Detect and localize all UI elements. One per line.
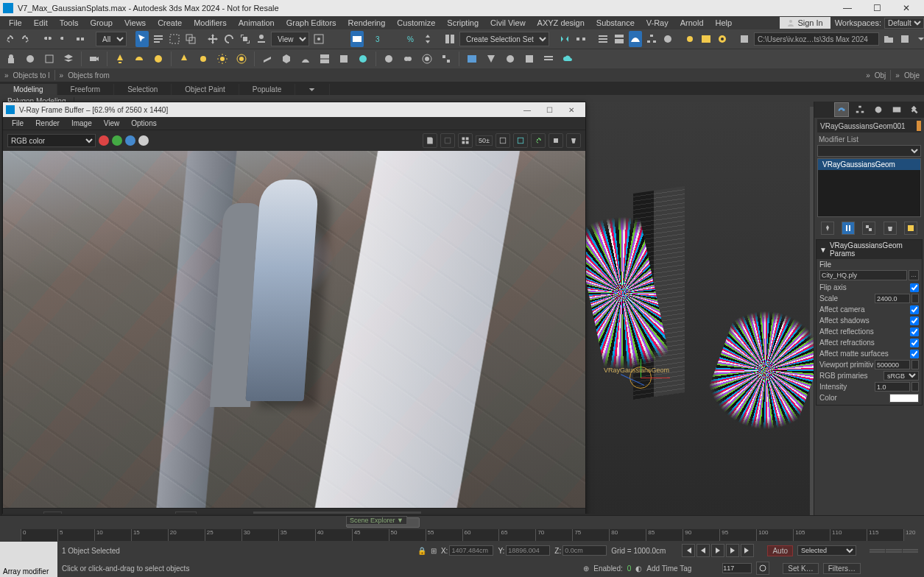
- nav-zoom[interactable]: [870, 549, 885, 551]
- ies-light-button[interactable]: [176, 51, 192, 67]
- vray-decal-button[interactable]: [336, 51, 352, 67]
- refcoord-select[interactable]: View: [271, 32, 309, 46]
- vfb-clear-button[interactable]: [440, 133, 455, 148]
- schematic-view-button[interactable]: [645, 31, 658, 47]
- snap-button[interactable]: 3: [373, 31, 386, 47]
- menu-customize[interactable]: Customize: [391, 18, 441, 27]
- select-name-button[interactable]: [152, 31, 165, 47]
- menu-group[interactable]: Group: [84, 18, 119, 27]
- key-mode-select[interactable]: Selected: [797, 545, 856, 556]
- menu-civilview[interactable]: Civil View: [484, 18, 531, 27]
- ribbon-tab-freeform[interactable]: Freeform: [57, 84, 115, 95]
- goto-end-button[interactable]: [741, 544, 754, 557]
- add-time-tag[interactable]: Add Time Tag: [646, 564, 691, 573]
- vfb-history-button[interactable]: [458, 133, 473, 148]
- rgb-primaries-select[interactable]: sRGB: [884, 371, 919, 380]
- ribbon-toggle[interactable]: ⏷: [295, 84, 330, 95]
- light-dome-button[interactable]: [131, 51, 147, 67]
- transform-gizmo[interactable]: [611, 359, 670, 396]
- vfb-menu-render[interactable]: Render: [29, 119, 66, 127]
- render-setup-button[interactable]: [683, 31, 696, 47]
- menu-grapheditors[interactable]: Graph Editors: [281, 18, 342, 27]
- menu-help[interactable]: Help: [710, 18, 738, 27]
- show-end-result-button[interactable]: [842, 222, 855, 235]
- vfb-close[interactable]: ✕: [560, 106, 582, 114]
- ers-button[interactable]: [443, 31, 456, 47]
- current-frame-input[interactable]: [722, 563, 752, 573]
- ambient-light-button[interactable]: [233, 51, 250, 67]
- affect-shadows-checkbox[interactable]: [910, 316, 919, 325]
- open-autodesk-store[interactable]: [738, 31, 751, 47]
- prev-frame-button[interactable]: [696, 544, 710, 557]
- object-color-swatch[interactable]: [917, 121, 921, 131]
- vfb-green-channel[interactable]: [112, 135, 122, 146]
- nav-fov[interactable]: [903, 549, 918, 551]
- menu-file[interactable]: File: [3, 18, 28, 27]
- key-filters-button[interactable]: Filters…: [823, 563, 861, 574]
- sun-light-button[interactable]: [214, 51, 230, 67]
- affect-reflections-checkbox[interactable]: [910, 328, 919, 336]
- light-standard-button[interactable]: [112, 51, 128, 67]
- remove-modifier-button[interactable]: [884, 222, 897, 235]
- vfb-track-mouse-button[interactable]: [513, 133, 528, 148]
- placement-button[interactable]: [255, 31, 268, 47]
- menu-arnold[interactable]: Arnold: [674, 18, 710, 27]
- vfb-menu-image[interactable]: Image: [66, 119, 98, 127]
- layer-explorer-button[interactable]: [596, 31, 610, 47]
- viewport-primitives-input[interactable]: [875, 360, 910, 369]
- rotate-button[interactable]: [222, 31, 236, 47]
- named-selection-set[interactable]: Create Selection Set: [459, 32, 549, 46]
- menu-rendering[interactable]: Rendering: [342, 18, 392, 27]
- scale-button[interactable]: [239, 31, 252, 47]
- affect-matte-checkbox[interactable]: [910, 350, 919, 358]
- affect-camera-checkbox[interactable]: [910, 305, 919, 314]
- modifier-list-select[interactable]: [817, 145, 921, 157]
- unlink-button[interactable]: [57, 31, 71, 47]
- menu-vray[interactable]: V-Ray: [641, 18, 674, 27]
- ribbon-tab-modeling[interactable]: Modeling: [0, 84, 57, 95]
- scale-spinner[interactable]: [911, 294, 919, 303]
- set-project-button[interactable]: [882, 31, 895, 47]
- coord-y-input[interactable]: [506, 545, 550, 556]
- vray-fur-button[interactable]: [297, 51, 314, 67]
- object-name-input[interactable]: [817, 122, 917, 130]
- time-config-button[interactable]: [756, 562, 769, 575]
- move-button[interactable]: [206, 31, 219, 47]
- nav-zoom-all[interactable]: [886, 549, 901, 551]
- menu-edit[interactable]: Edit: [28, 18, 54, 27]
- intensity-spinner[interactable]: [911, 382, 919, 392]
- menu-substance[interactable]: Substance: [590, 18, 641, 27]
- menu-modifiers[interactable]: Modifiers: [188, 18, 233, 27]
- make-unique-button[interactable]: [862, 222, 875, 235]
- menu-create[interactable]: Create: [152, 18, 188, 27]
- window-close[interactable]: ✕: [892, 0, 921, 16]
- toggle-ribbon-button[interactable]: [613, 31, 626, 47]
- set-key-button[interactable]: Set K…: [783, 563, 818, 574]
- goto-start-button[interactable]: [682, 544, 695, 557]
- vfb-region-button[interactable]: [495, 133, 510, 148]
- manipulate-button[interactable]: [334, 31, 348, 47]
- vray-vfb-button[interactable]: [464, 51, 480, 67]
- ribbon-tab-populate[interactable]: Populate: [239, 84, 295, 95]
- select-region-rect-button[interactable]: [168, 31, 181, 47]
- something1[interactable]: [898, 31, 911, 47]
- scale-input[interactable]: [875, 294, 910, 303]
- affect-refractions-checkbox[interactable]: [910, 339, 919, 347]
- spinner-snap-button[interactable]: [421, 31, 434, 47]
- tab-motion[interactable]: [871, 102, 886, 117]
- rendered-frame-button[interactable]: [699, 31, 713, 47]
- selection-filter[interactable]: All: [96, 32, 127, 46]
- vfb-zoom-value[interactable]: 50±: [476, 135, 493, 146]
- maxscript-listener[interactable]: Array modifier: [0, 542, 57, 577]
- layers-button[interactable]: [60, 51, 77, 67]
- auto-key-button[interactable]: Auto: [767, 545, 793, 556]
- vray-clipper-button[interactable]: [317, 51, 333, 67]
- vray-metaball-button[interactable]: [400, 51, 416, 67]
- mirror-button[interactable]: [558, 31, 571, 47]
- vfb-stop-button[interactable]: [549, 133, 563, 148]
- ribbon-tab-objectpaint[interactable]: Object Paint: [172, 84, 239, 95]
- vray-plane-button[interactable]: [259, 51, 275, 67]
- chaos-cosmos-button[interactable]: [502, 51, 518, 67]
- vfb-bucket-button[interactable]: [566, 133, 581, 148]
- window-minimize[interactable]: —: [833, 0, 862, 16]
